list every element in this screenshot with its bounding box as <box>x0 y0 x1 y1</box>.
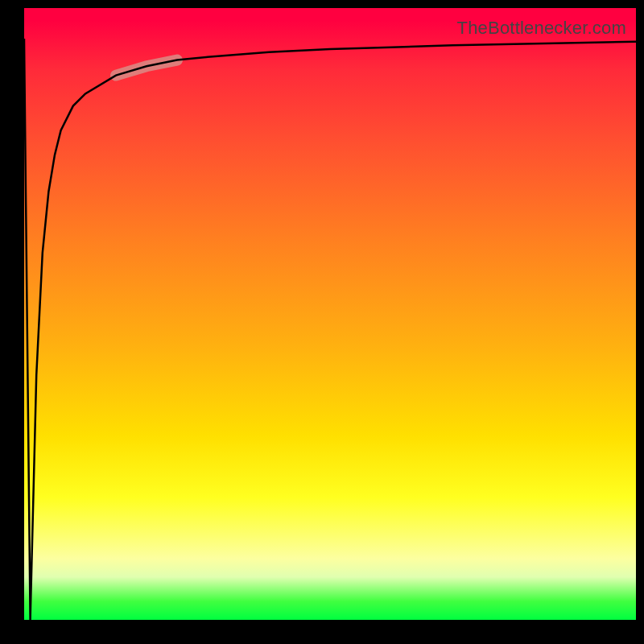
highlight-segment <box>116 60 177 76</box>
plot-area: TheBottlenecker.com <box>24 8 636 620</box>
watermark: TheBottlenecker.com <box>457 18 626 39</box>
chart-svg <box>24 8 636 620</box>
chart-container: TheBottlenecker.com <box>0 0 644 644</box>
bottleneck-curve <box>24 39 636 620</box>
